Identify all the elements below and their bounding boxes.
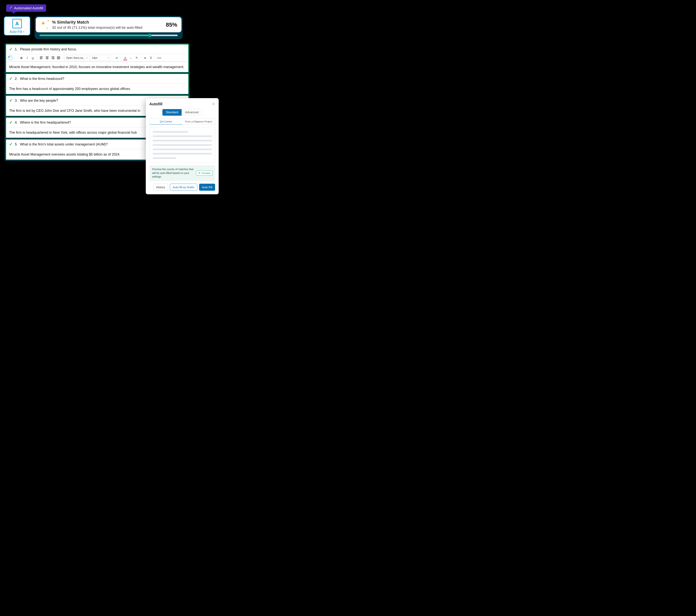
sparkle-icon: ✦ ✦ ✦: [40, 20, 49, 29]
autofill-link[interactable]: Auto-Fill ▼: [10, 30, 25, 34]
highlight-button[interactable]: ✎: [134, 55, 139, 61]
check-icon: ✓: [9, 98, 13, 103]
similarity-subtitle: 32 out of 45 (71.11%) total response(s) …: [52, 26, 161, 30]
tab-advanced[interactable]: Advanced: [181, 109, 202, 115]
question-text: What is the firms headcount?: [20, 77, 64, 81]
question-header: ✓ 1. Please provide firm history and foc…: [6, 45, 188, 54]
bullet-list-button[interactable]: ≣: [143, 55, 148, 61]
question-header: ✓ 2. What is the firms headcount?: [6, 74, 188, 83]
question-number: 2.: [15, 77, 18, 81]
ai-assist-button[interactable]: AI ⌄: [8, 56, 15, 60]
autofill-button[interactable]: Auto Fill: [199, 184, 215, 191]
font-color-caret[interactable]: ⌄: [128, 55, 133, 61]
autofill-icon: A ⚡: [12, 19, 22, 28]
answer-text[interactable]: Miracle Asset Management, founded in 201…: [6, 62, 188, 72]
panel-source-tabs: Q/A Centre From a Diligence Project: [149, 119, 215, 125]
preview-notice: Preview the counts of matches that will …: [149, 165, 215, 181]
rich-text-toolbar: AI ⌄ B I U Open Sans,sa... 14px x² A ⌄ ✎…: [6, 54, 188, 62]
history-button[interactable]: History: [153, 184, 168, 191]
autofill-dropdown-button[interactable]: A ⚡ Auto-Fill ▼: [4, 16, 30, 35]
ai-icon: AI: [8, 56, 13, 60]
tooltip-label: Automated Autofill: [14, 6, 43, 10]
font-size-select[interactable]: 14px: [90, 55, 111, 60]
question-text: Where is the firm headquartered?: [20, 121, 71, 125]
autofill-panel: Autofill ✕ Standard Advanced Q/A Centre …: [146, 98, 219, 194]
similarity-slider[interactable]: [39, 35, 178, 36]
caret-down-icon: ⌄: [13, 57, 15, 59]
superscript-button[interactable]: x²: [114, 55, 119, 61]
eye-icon: 👁: [198, 172, 201, 174]
check-icon: ✓: [9, 120, 13, 125]
similarity-percent: 85%: [166, 21, 177, 28]
check-icon: ✓: [9, 47, 13, 52]
question-text: What is the firm's total assets under ma…: [20, 142, 108, 147]
question-card: ✓ 2. What is the firms headcount? The fi…: [6, 74, 189, 94]
similarity-panel: ✦ ✦ ✦ % Similarity Match 32 out of 45 (7…: [35, 16, 183, 39]
question-text: Please provide firm history and focus.: [20, 47, 77, 51]
panel-mode-tabs: Standard Advanced: [149, 109, 215, 116]
content-placeholder: [149, 127, 215, 163]
question-number: 3.: [15, 99, 18, 103]
subtab-diligence[interactable]: From a Diligence Project: [182, 119, 215, 125]
question-number: 1.: [15, 47, 18, 51]
numbered-list-button[interactable]: ☰: [148, 55, 154, 61]
slider-handle[interactable]: [148, 34, 152, 37]
check-icon: ✓: [9, 142, 13, 147]
question-number: 4.: [15, 121, 18, 125]
panel-title: Autofill: [149, 102, 162, 106]
question-number: 5.: [15, 142, 18, 147]
automated-autofill-tooltip: Automated Autofill: [6, 4, 46, 12]
question-text: Who are the key people?: [20, 99, 58, 103]
autofill-drafts-button[interactable]: Auto-fill as Drafts: [170, 184, 197, 191]
italic-button[interactable]: I: [25, 55, 30, 61]
question-card: ✓ 1. Please provide firm history and foc…: [6, 44, 189, 73]
bold-button[interactable]: B: [19, 55, 24, 61]
subtab-qa-centre[interactable]: Q/A Centre: [149, 119, 182, 125]
align-right-button[interactable]: [50, 55, 56, 61]
preview-button[interactable]: 👁 Preview: [196, 171, 212, 176]
font-family-select[interactable]: Open Sans,sa...: [64, 55, 90, 60]
similarity-title: % Similarity Match: [52, 20, 161, 25]
caret-down-icon: ▼: [23, 31, 25, 33]
more-options-button[interactable]: •••: [157, 55, 162, 61]
check-icon: ✓: [9, 76, 13, 81]
magic-wand-icon: [9, 6, 13, 10]
font-color-button[interactable]: A: [123, 55, 128, 61]
similarity-fill: [39, 35, 150, 36]
tab-standard[interactable]: Standard: [162, 109, 181, 115]
underline-button[interactable]: U: [30, 55, 35, 61]
align-left-button[interactable]: [39, 55, 44, 61]
panel-actions: History Auto-fill as Drafts Auto Fill: [149, 184, 215, 191]
close-button[interactable]: ✕: [212, 102, 215, 106]
answer-text[interactable]: The firm has a headcount of approximatel…: [6, 83, 188, 94]
preview-message: Preview the counts of matches that will …: [152, 168, 194, 179]
align-justify-button[interactable]: [56, 55, 61, 61]
align-center-button[interactable]: [45, 55, 50, 61]
